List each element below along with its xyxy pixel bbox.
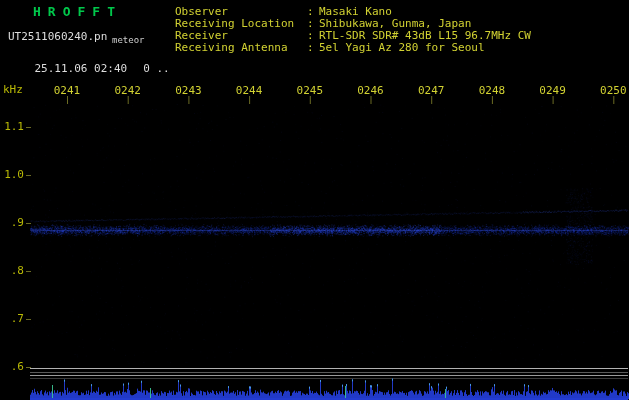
time-tick-label: 0250 [592,84,629,97]
info-block: Observer:Masaki KanoReceiving Location:S… [175,6,531,54]
info-value: 5el Yagi Az 280 for Seoul [319,42,485,54]
time-tick-label: 0246 [350,84,392,97]
time-tick-label: 0244 [228,84,270,97]
freq-tick-label: .7 [0,313,24,325]
frame-counter: 0 .. [143,62,170,75]
time-tick-label: 0247 [410,84,452,97]
freq-tick-label: .8 [0,265,24,277]
time-tick-label: 0241 [46,84,88,97]
filename: UT2511060240.pn [8,31,107,43]
info-separator: : [307,42,319,54]
mode-label: meteor [112,34,145,46]
freq-tick-label: 1.0 [0,169,24,181]
freq-tick-label: .6 [0,361,24,373]
freq-unit-label: kHz [3,84,23,96]
info-row: Receiving Antenna:5el Yagi Az 280 for Se… [175,42,531,54]
datetime-line: 25.11.06 02:400 .. [8,51,170,87]
time-tick-label: 0249 [532,84,574,97]
freq-tick-label: .9 [0,217,24,229]
freq-tick-label: 1.1 [0,121,24,133]
time-tick-label: 0248 [471,84,513,97]
time-tick-label: 0243 [167,84,209,97]
time-tick-label: 0242 [107,84,149,97]
info-label: Receiving Antenna [175,42,307,54]
time-tick-label: 0245 [289,84,331,97]
hrofft-screen: HROFFT UT2511060240.pn meteor 25.11.06 0… [0,0,629,400]
datetime: 25.11.06 02:40 [35,62,128,75]
app-title: HROFFT [33,6,122,18]
